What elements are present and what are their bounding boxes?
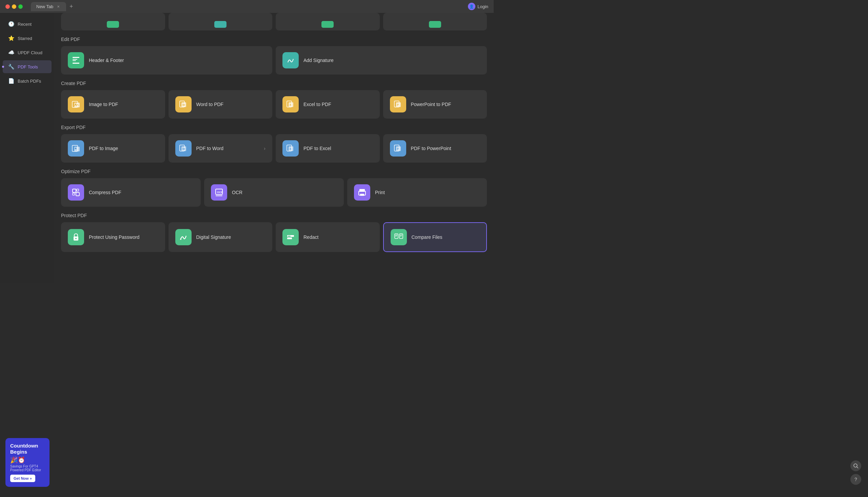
svg-text:W: W [182,103,185,106]
sidebar-item-pdf-tools[interactable]: 🔧 PDF Tools [3,60,52,73]
starred-icon: ⭐ [8,35,14,41]
pdf-to-image-label: PDF to Image [89,146,118,151]
svg-text:W: W [182,147,185,151]
svg-rect-2 [72,60,76,61]
svg-rect-47 [395,235,397,236]
tab-bar: New Tab ✕ + [31,2,75,11]
header-footer-label: Header & Footer [89,58,124,63]
svg-rect-44 [288,236,291,237]
print-icon [354,184,370,201]
partial-card-3[interactable] [276,13,380,30]
compare-files-card[interactable]: Compare Files [383,222,487,252]
protect-pdf-section-title: Protect PDF [61,213,487,218]
svg-rect-3 [72,63,79,64]
compress-pdf-label: Compress PDF [89,190,121,195]
pdf-to-excel-icon: X [283,140,299,157]
pdf-to-powerpoint-card[interactable]: P PDF to PowerPoint [383,134,487,162]
export-pdf-section-title: Export PDF [61,125,487,130]
partial-card-2[interactable] [168,13,273,30]
avatar: 👤 [468,3,476,10]
sidebar: 🕐 Recent ⭐ Starred ☁️ UPDF Cloud 🔧 PDF T… [0,13,54,283]
digital-signature-card[interactable]: Digital Signature [168,222,273,252]
sidebar-item-batch-pdfs[interactable]: 📄 Batch PDFs [3,74,52,87]
svg-text:X: X [290,147,292,151]
compare-files-label: Compare Files [412,235,442,240]
svg-text:X: X [290,103,292,106]
svg-rect-1 [72,59,77,60]
ocr-card[interactable]: OCR OCR [204,178,344,207]
close-button[interactable] [5,4,10,9]
svg-rect-31 [76,193,79,196]
svg-point-40 [75,238,77,239]
pdf-to-powerpoint-label: PDF to PowerPoint [411,146,451,151]
optimize-pdf-section-title: Optimize PDF [61,169,487,174]
pdf-tools-icon: 🔧 [8,64,14,70]
create-pdf-section-title: Create PDF [61,81,487,86]
pdf-to-image-icon [68,140,84,157]
partial-indicator-4 [429,21,441,28]
image-to-pdf-icon [68,96,84,113]
sidebar-item-starred[interactable]: ⭐ Starred [3,32,52,45]
svg-rect-29 [72,193,74,195]
pdf-to-word-card[interactable]: W PDF to Word › [168,134,273,162]
protect-password-icon [68,229,84,245]
login-label: Login [478,4,488,9]
powerpoint-to-pdf-card[interactable]: P PowerPoint to PDF [383,90,487,118]
svg-rect-28 [72,189,76,193]
redact-label: Redact [303,235,318,240]
sidebar-item-label-cloud: UPDF Cloud [18,50,42,55]
ocr-label: OCR [232,190,243,195]
word-to-pdf-icon: W [175,96,192,113]
svg-rect-48 [395,236,397,237]
print-card[interactable]: Print [347,178,487,207]
edit-pdf-section-title: Edit PDF [61,37,487,42]
image-to-pdf-label: Image to PDF [89,102,118,107]
redact-card[interactable]: Redact [276,222,380,252]
powerpoint-to-pdf-icon: P [390,96,406,113]
cloud-icon: ☁️ [8,49,14,56]
pdf-to-word-label: PDF to Word [196,146,224,151]
maximize-button[interactable] [18,4,23,9]
tab-label: New Tab [36,4,53,9]
header-footer-icon [68,52,84,68]
word-to-pdf-card[interactable]: W Word to PDF [168,90,273,118]
digital-signature-icon [175,229,192,245]
svg-point-41 [180,239,181,240]
titlebar-right: 👤 Login [468,3,488,10]
compare-files-icon [390,229,407,245]
protect-password-card[interactable]: Protect Using Password [61,222,165,252]
compress-pdf-card[interactable]: Compress PDF [61,178,201,207]
new-tab[interactable]: New Tab ✕ [31,2,66,11]
add-signature-card[interactable]: Add Signature [276,46,487,74]
powerpoint-to-pdf-label: PowerPoint to PDF [411,102,451,107]
pdf-to-image-card[interactable]: PDF to Image [61,134,165,162]
header-footer-card[interactable]: Header & Footer [61,46,272,74]
sidebar-item-label-starred: Starred [18,36,32,41]
protect-pdf-grid: Protect Using Password Digital Signature [61,222,487,252]
sidebar-item-label-pdf-tools: PDF Tools [18,65,38,69]
partial-indicator-2 [214,21,226,28]
main-layout: 🕐 Recent ⭐ Starred ☁️ UPDF Cloud 🔧 PDF T… [0,13,494,283]
image-to-pdf-card[interactable]: Image to PDF [61,90,165,118]
svg-rect-37 [360,194,364,196]
titlebar: New Tab ✕ + 👤 Login [0,0,494,13]
svg-text:P: P [397,103,399,106]
sidebar-item-label-batch: Batch PDFs [18,79,41,84]
compress-pdf-icon [68,184,84,201]
minimize-button[interactable] [12,4,16,9]
ocr-icon: OCR [211,184,227,201]
sidebar-item-updf-cloud[interactable]: ☁️ UPDF Cloud [3,46,52,59]
pdf-to-excel-card[interactable]: X PDF to Excel [276,134,380,162]
svg-text:P: P [397,147,399,151]
batch-icon: 📄 [8,78,14,84]
tab-close-button[interactable]: ✕ [56,4,61,9]
create-pdf-grid: Image to PDF W Word to PDF X [61,90,487,118]
excel-to-pdf-card[interactable]: X Excel to PDF [276,90,380,118]
login-button[interactable]: 👤 Login [468,3,488,10]
svg-rect-0 [72,57,79,58]
partial-card-1[interactable] [61,13,165,30]
add-tab-button[interactable]: + [68,3,75,10]
sidebar-item-recent[interactable]: 🕐 Recent [3,18,52,30]
partial-card-4[interactable] [383,13,487,30]
svg-text:OCR: OCR [217,191,223,194]
